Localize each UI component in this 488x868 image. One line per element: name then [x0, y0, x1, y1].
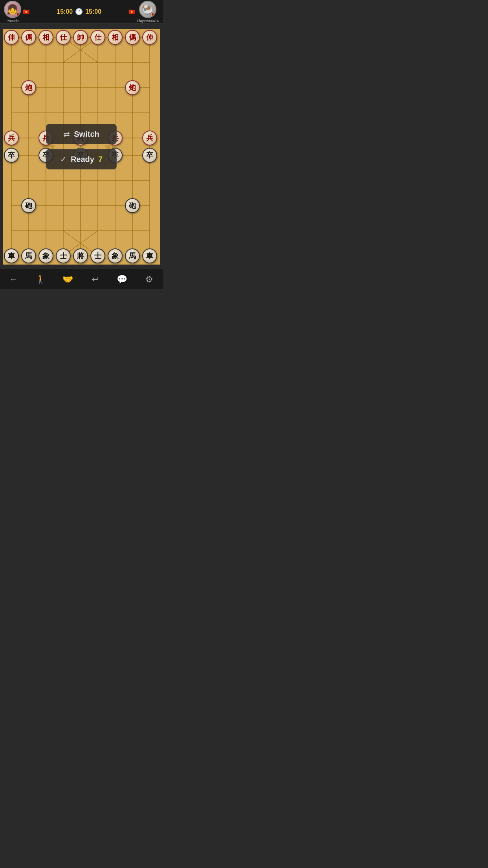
ready-check-icon: ✓: [60, 154, 67, 164]
ready-label: Ready: [71, 155, 94, 164]
left-player-flag: 🇻🇳: [23, 9, 29, 15]
piece-象-2-9[interactable]: 象: [39, 248, 53, 263]
piece-卒-0-5[interactable]: 卒: [4, 148, 19, 163]
piece-士-3-9[interactable]: 士: [56, 248, 71, 263]
piece-傌-7-0[interactable]: 傌: [125, 30, 140, 45]
piece-卒-8-5[interactable]: 卒: [142, 148, 157, 163]
right-player-avatar: 🐏 帥: [139, 1, 156, 18]
undo-button[interactable]: ↩: [86, 271, 104, 288]
right-player-section: 🇻🇳 🐏 帥 Player566474: [128, 1, 159, 23]
player-icon: 🚶: [35, 274, 46, 285]
player-button[interactable]: 🚶: [32, 271, 50, 288]
piece-仕-3-0[interactable]: 仕: [56, 30, 71, 45]
piece-兵-0-4[interactable]: 兵: [4, 131, 19, 145]
clock-icon: 🕐: [75, 8, 83, 15]
piece-士-5-9[interactable]: 士: [90, 248, 105, 263]
piece-馬-1-9[interactable]: 馬: [21, 248, 36, 263]
right-timer: 15:00: [85, 8, 101, 15]
piece-將-4-9[interactable]: 將: [73, 248, 88, 263]
piece-俥-0-0[interactable]: 俥: [4, 30, 19, 45]
piece-帥-4-0[interactable]: 帥: [73, 30, 88, 45]
handshake-icon: 🤝: [62, 274, 73, 285]
piece-相-6-0[interactable]: 相: [108, 30, 123, 45]
back-icon: ←: [9, 274, 18, 285]
board-container: 楚河 漢界 俥傌相仕帥仕相傌俥炮炮兵兵兵兵兵車馬象士將士象馬車砲砲卒卒卒卒卒 ⇄…: [0, 24, 163, 269]
chat-button[interactable]: 💬: [114, 271, 131, 288]
settings-button[interactable]: ⚙: [141, 271, 158, 288]
switch-label: Switch: [74, 130, 99, 139]
back-button[interactable]: ←: [5, 271, 22, 288]
piece-炮-7-2[interactable]: 炮: [125, 80, 140, 95]
right-player-name: Player566474: [137, 19, 159, 23]
piece-傌-1-0[interactable]: 傌: [21, 30, 36, 45]
piece-炮-1-2[interactable]: 炮: [21, 80, 36, 95]
bottom-toolbar: ← 🚶 🤝 ↩ 💬 ⚙: [0, 269, 163, 289]
piece-砲-1-7[interactable]: 砲: [21, 198, 36, 213]
undo-icon: ↩: [92, 274, 99, 285]
right-player-piece: 帥: [150, 12, 156, 18]
piece-車-8-9[interactable]: 車: [142, 248, 157, 263]
switch-button[interactable]: ⇄ Switch: [46, 124, 117, 144]
piece-仕-5-0[interactable]: 仕: [90, 30, 105, 45]
ready-countdown: 7: [98, 155, 103, 164]
handshake-button[interactable]: 🤝: [59, 271, 77, 288]
right-player-flag: 🇻🇳: [128, 9, 135, 15]
left-player-piece: 將: [15, 12, 21, 18]
game-header: 👧 將 Pucado 🇻🇳 15:00 🕐 15:00 🇻🇳 🐏 帥 Playe…: [0, 0, 163, 24]
left-player-avatar: 👧 將: [4, 1, 21, 18]
piece-兵-8-4[interactable]: 兵: [142, 131, 157, 145]
piece-相-2-0[interactable]: 相: [39, 30, 53, 45]
piece-車-0-9[interactable]: 車: [4, 248, 19, 263]
ready-button[interactable]: ✓ Ready 7: [46, 149, 117, 169]
left-player-section: 👧 將 Pucado 🇻🇳: [4, 1, 29, 23]
piece-砲-7-7[interactable]: 砲: [125, 198, 140, 213]
piece-馬-7-9[interactable]: 馬: [125, 248, 140, 263]
left-player-name: Pucado: [7, 19, 19, 23]
piece-象-6-9[interactable]: 象: [108, 248, 123, 263]
piece-俥-8-0[interactable]: 俥: [142, 30, 157, 45]
switch-icon: ⇄: [63, 129, 70, 139]
settings-icon: ⚙: [145, 274, 153, 285]
left-timer: 15:00: [57, 8, 73, 15]
left-player-info: 👧 將 Pucado: [4, 1, 21, 23]
xiangqi-board[interactable]: 楚河 漢界 俥傌相仕帥仕相傌俥炮炮兵兵兵兵兵車馬象士將士象馬車砲砲卒卒卒卒卒 ⇄…: [3, 29, 160, 265]
right-player-info: 🐏 帥 Player566474: [137, 1, 159, 23]
overlay-buttons: ⇄ Switch ✓ Ready 7: [46, 124, 117, 169]
timer-section: 15:00 🕐 15:00: [57, 8, 101, 15]
chat-icon: 💬: [117, 274, 127, 285]
